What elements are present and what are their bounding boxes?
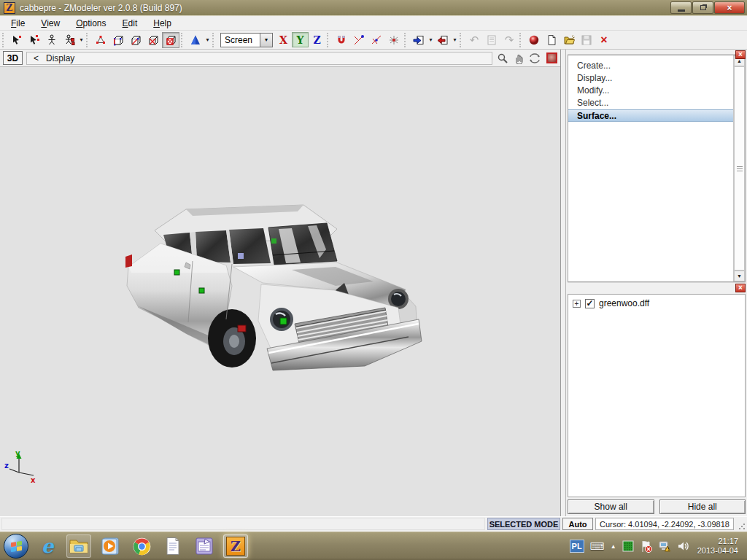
command-modify[interactable]: Modify... (568, 85, 733, 97)
magnet-snap-button[interactable] (333, 32, 350, 48)
zoom-tool-button[interactable] (496, 52, 509, 65)
snap-grid-button[interactable] (385, 32, 403, 48)
history-button[interactable] (483, 32, 500, 48)
new-file-button[interactable] (543, 32, 560, 48)
command-surface-selected[interactable]: Surface... (568, 109, 733, 122)
material-editor-button[interactable] (525, 32, 543, 48)
toolbar-grip[interactable] (212, 33, 216, 47)
toolbar-grip[interactable] (519, 33, 523, 47)
select-quadr-button[interactable] (26, 32, 43, 48)
objects-level-button[interactable] (162, 32, 179, 48)
svg-text:z: z (4, 462, 9, 470)
select-marquee-icon (28, 34, 40, 46)
orbit-tool-button[interactable] (528, 52, 541, 65)
edges-level-button[interactable] (109, 32, 127, 48)
commands-scrollbar[interactable]: ▲ ▼ (733, 55, 745, 281)
view-breadcrumb[interactable]: < Display (26, 52, 492, 65)
action-center-flag-icon[interactable] (640, 540, 652, 553)
toolbar-grip[interactable] (460, 33, 463, 47)
menu-help[interactable]: Help (145, 17, 179, 30)
visibility-checkbox[interactable]: ✓ (585, 299, 595, 308)
restore-button[interactable] (692, 1, 713, 14)
toolbar-grip[interactable] (86, 33, 90, 47)
menu-view[interactable]: View (33, 17, 68, 30)
clock[interactable]: 21:17 2013-04-04 (697, 537, 738, 556)
export-button[interactable] (434, 32, 452, 48)
scene-panel-handle[interactable]: × (568, 282, 746, 294)
primitive-dropdown-caret[interactable]: ▾ (204, 36, 211, 43)
import-button[interactable] (410, 32, 427, 48)
redo-button[interactable]: ↷ (500, 32, 518, 48)
axis-y-toggle[interactable]: Y (292, 32, 309, 47)
document-icon (165, 537, 181, 556)
taskbar-zmodeler[interactable]: Z (223, 534, 248, 558)
hide-all-button[interactable]: Hide all (659, 499, 746, 514)
start-button[interactable] (4, 534, 28, 559)
auto-mode-button[interactable]: Auto (562, 518, 593, 530)
commands-panel-close-button[interactable]: × (735, 50, 746, 59)
show-all-button[interactable]: Show all (568, 499, 654, 514)
network-status-icon[interactable]: ! (658, 540, 671, 552)
scene-tree-item[interactable]: + ✓ greenwoo.dff (573, 298, 740, 308)
axis-x-toggle[interactable]: X (275, 32, 292, 47)
taskbar-document-app[interactable] (160, 534, 185, 558)
toolbar-grip[interactable] (327, 33, 330, 47)
language-indicator[interactable]: PL (570, 540, 584, 553)
viewport-canvas[interactable]: y x z (0, 67, 560, 516)
tray-grid-icon[interactable] (622, 540, 634, 552)
close-button[interactable]: × (714, 1, 745, 14)
toolbar-grip[interactable] (404, 33, 408, 47)
resize-grip[interactable] (736, 518, 746, 530)
viewport-maximize-button[interactable] (546, 52, 557, 63)
taskbar-chrome[interactable] (129, 534, 154, 558)
car-model-3d[interactable] (117, 197, 423, 379)
skeleton-mode-button[interactable] (61, 32, 78, 48)
pan-tool-button[interactable] (512, 52, 525, 65)
view-mode-button[interactable]: 3D (3, 51, 23, 65)
combo-dropdown-icon[interactable]: ▾ (260, 34, 272, 47)
scene-panel-close-button[interactable]: × (735, 284, 746, 292)
vertices-level-button[interactable] (92, 32, 109, 48)
scroll-down-icon[interactable]: ▼ (734, 271, 745, 281)
command-display[interactable]: Display... (568, 72, 733, 85)
scrollbar-thumb[interactable] (734, 66, 745, 271)
save-file-button[interactable] (578, 32, 595, 48)
expand-icon[interactable]: + (573, 300, 581, 308)
toolbar-grip[interactable] (2, 33, 6, 47)
mode-dropdown-caret[interactable]: ▾ (78, 36, 85, 43)
faces-level-button[interactable] (144, 32, 162, 48)
export-dropdown-caret[interactable]: ▾ (452, 36, 458, 43)
back-chevron[interactable]: < (34, 53, 39, 63)
minimize-button[interactable] (670, 1, 692, 14)
keyboard-icon[interactable]: ⌨ (590, 540, 605, 552)
volume-icon[interactable] (677, 540, 689, 552)
open-file-button[interactable] (560, 32, 578, 48)
hidden-icons-button[interactable]: ▲ (611, 543, 616, 550)
menu-file[interactable]: File (3, 17, 33, 30)
import-dropdown-caret[interactable]: ▾ (427, 36, 434, 43)
title-bar[interactable]: Z cabbepre - ZModeler ver 2.0.8 (Build 8… (0, 0, 747, 16)
select-single-button[interactable] (8, 32, 26, 48)
snap-edge-button[interactable] (368, 32, 385, 48)
commands-panel-handle[interactable]: × (568, 50, 746, 55)
polygons-level-button[interactable] (127, 32, 144, 48)
import-file-icon (413, 34, 425, 46)
menu-options[interactable]: Options (68, 17, 114, 30)
delete-button[interactable]: × (595, 32, 613, 48)
toolbar-grip[interactable] (181, 33, 185, 47)
snap-vertex-button[interactable] (350, 32, 368, 48)
panel-splitter[interactable] (561, 50, 566, 516)
axis-z-toggle[interactable]: Z (309, 32, 325, 47)
undo-button[interactable]: ↶ (465, 32, 483, 48)
command-select[interactable]: Select... (568, 97, 733, 109)
ie-icon: e (42, 535, 54, 557)
menu-edit[interactable]: Edit (115, 17, 146, 30)
bones-mode-button[interactable] (43, 32, 61, 48)
primitive-cone-button[interactable] (187, 32, 204, 48)
taskbar-purple-app[interactable] (192, 534, 217, 558)
command-create[interactable]: Create... (568, 60, 733, 72)
taskbar-explorer[interactable] (66, 534, 91, 558)
coordinate-space-select[interactable]: Screen ▾ (220, 33, 273, 47)
taskbar-internet-explorer[interactable]: e (35, 534, 60, 558)
taskbar-media-player[interactable] (98, 534, 123, 558)
